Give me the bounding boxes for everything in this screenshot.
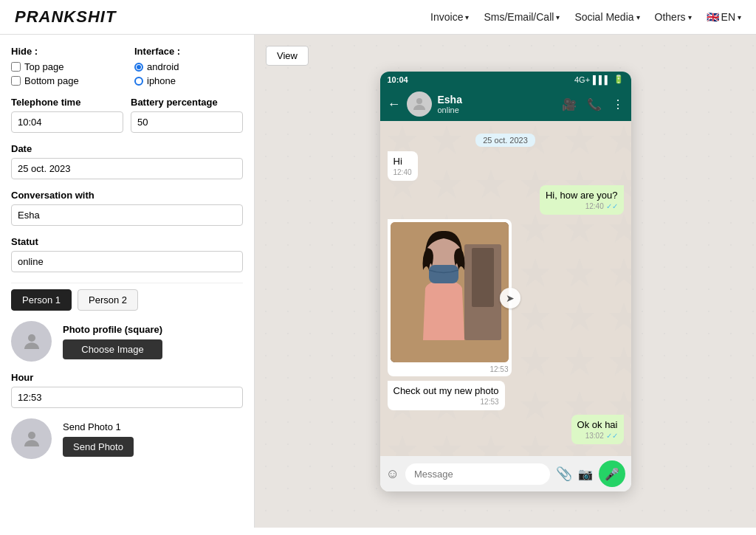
- back-arrow-icon[interactable]: ←: [388, 97, 401, 112]
- battery-input[interactable]: [131, 111, 243, 133]
- bubble-text-0: Hi: [394, 156, 412, 167]
- nav-lang[interactable]: 🇬🇧 EN ▾: [707, 11, 741, 23]
- message-row-0: Hi 12:40: [388, 151, 624, 181]
- bubble-time-2: 12:53: [394, 398, 499, 406]
- logo: PRANKSHIT: [15, 7, 116, 27]
- send-photo-avatar: [11, 418, 52, 459]
- statut-label: Statut: [11, 236, 243, 247]
- contact-info: Esha online: [438, 94, 556, 114]
- status-bar: 10:04 4G+ ▌▌▌ 🔋: [380, 72, 631, 87]
- conversation-group: Conversation with: [11, 190, 243, 226]
- chat-area: 25 oct. 2023 Hi 12:40 Hi, how are you? 1…: [380, 121, 631, 456]
- right-panel: View 10:04 4G+ ▌▌▌ 🔋 ← Esh: [255, 35, 756, 528]
- bubble-img-bubble: 12:53 ➤: [388, 219, 512, 376]
- svg-point-0: [28, 334, 35, 342]
- bubble-time-0: 12:40: [394, 168, 412, 176]
- nav-social[interactable]: Social Media ▾: [574, 11, 639, 23]
- send-photo-label: Send Photo 1: [63, 421, 134, 432]
- date-label: Date: [11, 143, 243, 154]
- send-photo-row: Send Photo 1 Send Photo: [11, 418, 243, 459]
- wifi-icon: ▌▌▌: [593, 75, 610, 84]
- android-label: android: [147, 61, 179, 72]
- avatar-placeholder: [11, 321, 52, 362]
- svg-rect-7: [429, 265, 458, 283]
- hide-section: Hide : Top page Bottom page: [11, 46, 120, 89]
- person1-tab[interactable]: Person 1: [11, 289, 72, 311]
- svg-point-2: [416, 98, 422, 104]
- mic-button[interactable]: 🎤: [599, 460, 625, 487]
- battery-label: Battery percentage: [131, 97, 243, 108]
- chevron-down-icon: ▾: [688, 13, 692, 21]
- message-row-2: Check out my new photo 12:53: [388, 381, 624, 410]
- contact-name: Esha: [438, 94, 556, 106]
- nav-others[interactable]: Others ▾: [655, 11, 692, 23]
- battery-group: Battery percentage: [131, 97, 243, 133]
- person-tabs: Person 1 Person 2: [11, 289, 243, 311]
- bubble-time-1: 12:40 ✓✓: [546, 202, 618, 210]
- message-row-img: 12:53 ➤: [388, 219, 624, 376]
- date-group: Date: [11, 143, 243, 179]
- choose-image-button[interactable]: Choose Image: [63, 339, 162, 359]
- wa-header: ← Esha online 🎥 📞 ⋮: [380, 87, 631, 121]
- message-row-3: Ok ok hai 13:02 ✓✓: [388, 415, 624, 444]
- iphone-radio-row: iphone: [134, 75, 243, 86]
- statut-input[interactable]: [11, 251, 243, 272]
- photo-right: Photo profile (square) Choose Image: [63, 324, 162, 359]
- chevron-down-icon: ▾: [636, 13, 640, 21]
- message-row-1: Hi, how are you? 12:40 ✓✓: [388, 185, 624, 215]
- forward-button[interactable]: ➤: [500, 288, 520, 308]
- camera-icon[interactable]: 📷: [578, 467, 593, 481]
- nav-sms[interactable]: Sms/Email/Call ▾: [484, 11, 560, 23]
- svg-point-1: [28, 432, 35, 439]
- send-photo-right: Send Photo 1 Send Photo: [63, 421, 134, 457]
- iphone-radio[interactable]: [134, 77, 143, 86]
- date-badge: 25 oct. 2023: [388, 134, 624, 145]
- bubble-text-1: Hi, how are you?: [546, 190, 618, 201]
- bubble-received-0: Hi 12:40: [388, 151, 418, 181]
- android-radio[interactable]: [134, 63, 143, 72]
- video-call-icon[interactable]: 🎥: [562, 97, 577, 111]
- attach-icon[interactable]: 📎: [556, 466, 572, 482]
- bottom-page-checkbox[interactable]: [11, 76, 21, 86]
- send-photo-button[interactable]: Send Photo: [63, 437, 134, 457]
- conversation-input[interactable]: [11, 204, 243, 226]
- left-panel: Hide : Top page Bottom page Interface : …: [0, 35, 255, 528]
- conversation-label: Conversation with: [11, 190, 243, 201]
- bubble-time-3: 13:02 ✓✓: [577, 432, 618, 440]
- main-nav: Invoice ▾ Sms/Email/Call ▾ Social Media …: [430, 11, 741, 23]
- status-time: 10:04: [388, 75, 408, 84]
- phone-call-icon[interactable]: 📞: [587, 97, 602, 111]
- hour-input[interactable]: [11, 387, 243, 408]
- bubble-text-2: Check out my new photo: [394, 385, 499, 396]
- android-radio-row: android: [134, 61, 243, 72]
- read-receipt-icon-2: ✓✓: [606, 432, 618, 440]
- battery-icon: 🔋: [614, 75, 624, 84]
- interface-section: Interface : android iphone: [134, 46, 243, 89]
- wa-action-icons: 🎥 📞 ⋮: [562, 97, 624, 111]
- more-options-icon[interactable]: ⋮: [612, 97, 624, 111]
- person2-tab[interactable]: Person 2: [78, 289, 138, 311]
- interface-title: Interface :: [134, 46, 243, 57]
- bubble-sent-3: Ok ok hai 13:02 ✓✓: [571, 415, 624, 444]
- message-input[interactable]: [405, 463, 550, 485]
- date-input[interactable]: [11, 158, 243, 179]
- read-receipt-icon: ✓✓: [606, 202, 618, 210]
- contact-status: online: [438, 106, 556, 114]
- view-button[interactable]: View: [266, 46, 309, 66]
- main-content: Hide : Top page Bottom page Interface : …: [0, 35, 756, 528]
- nav-invoice[interactable]: Invoice ▾: [430, 11, 469, 23]
- hour-label: Hour: [11, 372, 243, 383]
- bottom-page-label: Bottom page: [24, 75, 79, 86]
- wa-input-bar: ☺ 📎 📷 🎤: [380, 456, 631, 491]
- emoji-icon[interactable]: ☺: [386, 466, 399, 482]
- hour-group: Hour: [11, 372, 243, 408]
- phone-mockup: 10:04 4G+ ▌▌▌ 🔋 ← Esha online: [380, 72, 631, 491]
- bubble-time-img: 12:53: [391, 365, 509, 373]
- bubble-received-2: Check out my new photo 12:53: [388, 381, 505, 410]
- photo-image: [391, 222, 509, 362]
- top-page-checkbox[interactable]: [11, 62, 21, 72]
- tel-battery-row: Telephone time Battery percentage: [11, 97, 243, 143]
- telephone-time-input[interactable]: [11, 111, 123, 133]
- svg-rect-5: [472, 248, 494, 307]
- top-page-label: Top page: [24, 61, 64, 72]
